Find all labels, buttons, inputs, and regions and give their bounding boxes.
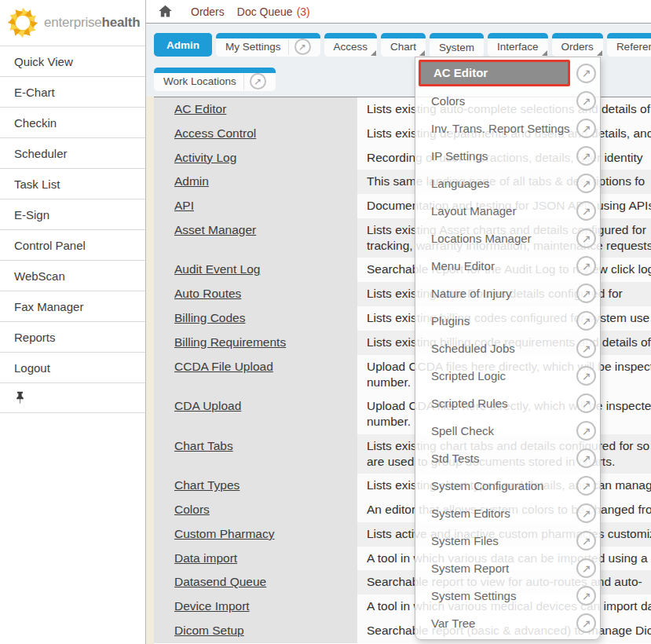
home-button[interactable] [157, 3, 174, 20]
content-gutter [146, 97, 154, 644]
sidebar-item[interactable]: Quick View [0, 46, 145, 76]
admin-link[interactable]: Data import [174, 551, 237, 565]
system-menu-item[interactable]: Layout Manager ↗ [415, 197, 600, 225]
tab[interactable]: Admin ↗ [154, 33, 212, 57]
system-menu-item[interactable]: Nature of Injury ↗ [415, 280, 600, 307]
system-menu-item[interactable]: Menu Editor ↗ [415, 252, 600, 280]
external-link-icon[interactable]: ↗ [576, 338, 596, 358]
sidebar-item[interactable]: Control Panel [0, 229, 145, 260]
system-menu-item[interactable]: Spell Check ↗ [415, 417, 600, 445]
system-dropdown-menu: AC Editor ↗ Colors ↗ Inv. Trans. Report … [415, 57, 601, 640]
tab-label: Work Locations [163, 75, 236, 87]
system-menu-item[interactable]: Locations Manager ↗ [415, 225, 600, 252]
breadcrumb-doc-queue[interactable]: Doc Queue [237, 5, 293, 18]
system-menu-item[interactable]: Scripted Logic ↗ [415, 362, 600, 390]
tab-label: Reference [616, 41, 651, 53]
tab[interactable]: My Settings ↗ [216, 33, 320, 57]
external-link-icon[interactable]: ↗ [576, 91, 596, 111]
system-menu-item[interactable]: Scripted Rules ↗ [415, 390, 600, 417]
external-link-icon[interactable]: ↗ [576, 229, 596, 248]
admin-link-cell: Audit Event Log [154, 258, 357, 282]
system-menu-item[interactable]: Std Tests ↗ [415, 445, 600, 472]
sidebar-item[interactable]: Fax Manager [0, 291, 145, 321]
system-menu-item[interactable]: AC Editor ↗ [415, 57, 600, 87]
external-link-icon[interactable]: ↗ [576, 119, 596, 138]
admin-link-cell: Access Control [154, 122, 357, 146]
sidebar-item[interactable]: E-Sign [0, 199, 145, 229]
external-link-icon[interactable]: ↗ [576, 174, 596, 193]
system-menu-item[interactable]: Inv. Trans. Report Settings ↗ [415, 115, 600, 142]
breadcrumb-orders[interactable]: Orders [191, 5, 225, 18]
admin-link[interactable]: Admin [174, 174, 209, 188]
external-link-icon[interactable]: ↗ [576, 531, 596, 551]
external-link-icon[interactable]: ↗ [576, 503, 596, 523]
external-link-icon[interactable]: ↗ [576, 256, 596, 276]
sidebar-item[interactable]: E-Chart [0, 76, 145, 107]
admin-link[interactable]: AC Editor [174, 102, 226, 115]
admin-link[interactable]: CDA Upload [174, 399, 241, 412]
admin-link[interactable]: CCDA File Upload [174, 360, 273, 373]
admin-link-cell: API [154, 194, 357, 218]
system-menu-item[interactable]: Colors ↗ [415, 87, 600, 115]
system-menu-item[interactable]: System Editors ↗ [415, 499, 600, 527]
tab[interactable]: System ↗ [430, 33, 484, 58]
system-menu-item[interactable]: Plugins ↗ [415, 307, 600, 335]
external-link-icon[interactable]: ↗ [576, 476, 596, 496]
sidebar-item[interactable]: WebScan [0, 260, 145, 291]
external-link-icon[interactable]: ↗ [576, 366, 596, 386]
admin-link[interactable]: Activity Log [174, 151, 236, 164]
system-menu-item[interactable]: System Files ↗ [415, 527, 600, 554]
external-link-icon[interactable]: ↗ [576, 311, 596, 331]
external-link-icon[interactable]: ↗ [576, 613, 596, 633]
admin-link[interactable]: Billing Requirements [174, 335, 286, 349]
tab[interactable]: Reference ↗ [607, 33, 651, 57]
system-menu-item[interactable]: System Report ↗ [415, 554, 600, 582]
system-menu-item[interactable]: Languages ↗ [415, 170, 600, 197]
tab[interactable]: Interface ↗ [488, 33, 548, 57]
system-menu-item[interactable]: Scheduled Jobs ↗ [415, 335, 600, 362]
external-link-icon[interactable]: ↗ [250, 73, 266, 90]
admin-link[interactable]: Audit Event Log [174, 262, 260, 276]
admin-link[interactable]: Billing Codes [174, 311, 245, 324]
external-link-icon[interactable]: ↗ [576, 201, 596, 221]
admin-link[interactable]: Colors [174, 503, 210, 516]
tab[interactable]: Work Locations ↗ [154, 68, 276, 91]
system-menu-item[interactable]: System Configuration ↗ [415, 472, 600, 499]
admin-link[interactable]: Datasend Queue [174, 575, 266, 588]
sidebar-item[interactable]: Scheduler [0, 137, 145, 168]
admin-link-cell: Billing Requirements [154, 331, 357, 355]
external-link-icon[interactable]: ↗ [576, 284, 596, 303]
admin-link[interactable]: Auto Routes [174, 287, 241, 300]
tab-row-1: Admin ↗ My Settings ↗ Access ↗ [154, 33, 651, 57]
tab[interactable]: Access ↗ [324, 33, 378, 57]
external-link-icon[interactable]: ↗ [576, 421, 596, 441]
admin-link[interactable]: Access Control [174, 126, 256, 140]
external-link-icon[interactable]: ↗ [576, 393, 596, 413]
system-menu-item[interactable]: System Settings ↗ [415, 582, 600, 609]
tab-label: Interface [497, 41, 539, 53]
system-menu-item[interactable]: IP Settings ↗ [415, 142, 600, 170]
sidebar-pin-toggle[interactable] [0, 382, 145, 413]
external-link-icon[interactable]: ↗ [576, 448, 596, 468]
tab[interactable]: Chart ↗ [381, 33, 426, 57]
external-link-icon[interactable]: ↗ [576, 586, 596, 606]
sidebar-item[interactable]: Reports [0, 321, 145, 352]
admin-link[interactable]: Asset Manager [174, 223, 256, 236]
admin-link[interactable]: Device Import [174, 599, 250, 613]
external-link-icon[interactable]: ↗ [576, 558, 596, 578]
sidebar-item[interactable]: Task List [0, 168, 145, 199]
admin-link[interactable]: Custom Pharmacy [174, 527, 274, 540]
sidebar-item[interactable]: Checkin [0, 107, 145, 137]
system-menu-item[interactable]: Var Tree ↗ [415, 609, 600, 637]
external-link-icon[interactable]: ↗ [576, 146, 596, 166]
external-link-icon[interactable]: ↗ [576, 64, 596, 83]
tab[interactable]: Orders ↗ [552, 33, 603, 57]
admin-link[interactable]: Chart Types [174, 478, 240, 492]
sidebar-item[interactable]: Logout [0, 352, 145, 382]
external-link-icon[interactable]: ↗ [294, 38, 311, 55]
admin-link[interactable]: API [174, 199, 194, 212]
admin-link[interactable]: Chart Tabs [174, 439, 233, 452]
brand-logo[interactable]: enterprisehealth [0, 0, 145, 46]
admin-link[interactable]: Dicom Setup [174, 624, 244, 637]
pushpin-icon [14, 391, 26, 404]
